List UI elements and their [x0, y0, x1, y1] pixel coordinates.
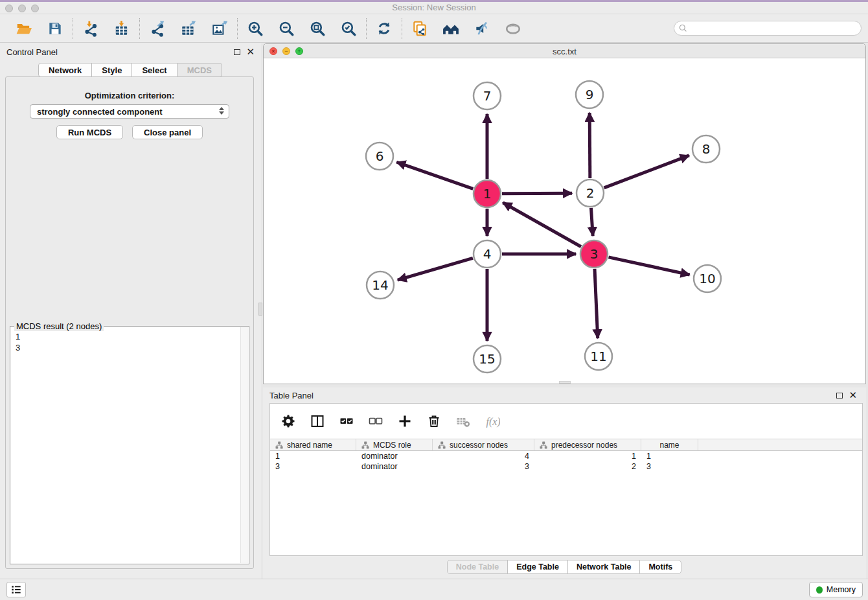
zoom-selected-icon [340, 20, 357, 37]
cell[interactable]: 1 [534, 452, 641, 461]
search-box[interactable] [674, 21, 862, 36]
column-header-label: successor nodes [450, 441, 508, 450]
task-history-button[interactable] [6, 582, 26, 597]
cell[interactable]: 4 [433, 452, 534, 461]
export-network-button[interactable] [148, 19, 166, 38]
save-session-button[interactable] [46, 19, 64, 38]
cell[interactable]: 2 [534, 462, 641, 471]
zoom-in-button[interactable] [246, 19, 264, 38]
cell[interactable]: dominator [356, 462, 433, 471]
tab-select[interactable]: Select [131, 63, 177, 77]
graph-edge-4-14[interactable] [398, 258, 473, 280]
graph-node-8[interactable]: 8 [692, 135, 720, 163]
graph-node-2[interactable]: 2 [577, 179, 604, 207]
tab-mcds[interactable]: MCDS [177, 63, 222, 77]
network-canvas[interactable]: 7968124314101511 [264, 59, 865, 384]
close-table-panel-icon[interactable]: ✕ [849, 392, 857, 398]
save-session-icon [47, 20, 63, 37]
create-column-button[interactable] [397, 413, 413, 429]
export-table-button[interactable] [179, 19, 198, 38]
graph-node-11[interactable]: 11 [585, 343, 612, 370]
column-header-label: MCDS role [373, 441, 411, 450]
criterion-dropdown[interactable]: strongly connected component [30, 104, 229, 119]
delete-column-button[interactable] [426, 413, 442, 429]
memory-label: Memory [827, 585, 856, 594]
clone-network-button[interactable] [411, 19, 429, 38]
node-label: 15 [479, 351, 495, 367]
cell[interactable]: dominator [356, 452, 433, 461]
node-label: 14 [372, 277, 388, 293]
import-network-icon [82, 20, 99, 37]
graph-node-7[interactable]: 7 [474, 82, 501, 110]
graph-node-9[interactable]: 9 [576, 81, 603, 108]
graph-edge-2-3[interactable] [591, 208, 593, 236]
tab-edge-table[interactable]: Edge Table [507, 560, 568, 574]
deselect-all-columns-button[interactable] [368, 413, 383, 429]
memory-button[interactable]: Memory [809, 582, 863, 597]
tab-network-table[interactable]: Network Table [567, 560, 641, 574]
split-panel-button[interactable] [310, 413, 325, 429]
refresh-view-button[interactable] [375, 19, 393, 38]
close-panel-icon[interactable]: ✕ [246, 49, 255, 55]
tab-style[interactable]: Style [91, 63, 132, 77]
graph-node-14[interactable]: 14 [367, 271, 394, 299]
graph-node-4[interactable]: 4 [474, 240, 501, 268]
import-table-button[interactable] [113, 19, 131, 38]
column-header[interactable]: successor nodes [433, 439, 534, 450]
graph-edge-3-10[interactable] [608, 257, 689, 275]
graph-edge-3-11[interactable] [595, 269, 598, 338]
control-panel-title: Control Panel [6, 47, 58, 57]
open-session-button[interactable] [15, 19, 33, 38]
network-home-button[interactable] [442, 19, 460, 38]
table-row[interactable]: 3dominator323 [270, 461, 862, 472]
tab-node-table[interactable]: Node Table [447, 560, 508, 574]
float-panel-icon[interactable] [234, 49, 240, 55]
graph-node-3[interactable]: 3 [580, 240, 608, 268]
graph-node-15[interactable]: 15 [474, 345, 501, 373]
tab-motifs[interactable]: Motifs [639, 560, 681, 574]
search-icon [678, 23, 688, 33]
graph-edge-1-2[interactable] [502, 193, 572, 194]
float-table-panel-icon[interactable] [836, 393, 843, 398]
cell[interactable]: 1 [270, 452, 356, 461]
graph-edge-1-6[interactable] [396, 162, 473, 189]
node-label: 10 [699, 271, 715, 286]
tab-network[interactable]: Network [38, 63, 92, 77]
graph-edge-3-1[interactable] [503, 203, 581, 247]
network-window-title: scc.txt [264, 47, 865, 56]
table-settings-button[interactable] [280, 413, 296, 429]
cell[interactable]: 1 [641, 452, 698, 461]
zoom-out-button[interactable] [277, 19, 295, 38]
search-input[interactable] [688, 24, 857, 33]
import-network-button[interactable] [82, 19, 100, 38]
result-scrollbar[interactable] [240, 327, 248, 563]
cell[interactable]: 3 [270, 462, 356, 471]
export-image-button[interactable] [211, 19, 229, 38]
delete-table-button [455, 413, 471, 429]
column-header[interactable]: name [641, 439, 698, 450]
graph-node-10[interactable]: 10 [694, 265, 721, 292]
column-header[interactable]: predecessor nodes [534, 439, 641, 450]
announcements-off-button[interactable] [473, 19, 491, 38]
cell[interactable]: 3 [641, 462, 698, 471]
panel-splitter-handle[interactable] [258, 303, 262, 316]
export-network-icon [149, 20, 166, 37]
network-window-titlebar: × − + scc.txt [264, 44, 865, 58]
cell[interactable]: 3 [433, 462, 534, 471]
graph-edge-2-8[interactable] [604, 156, 689, 188]
zoom-fit-button[interactable] [308, 19, 326, 38]
graph-node-6[interactable]: 6 [366, 143, 393, 170]
mcds-result-title: MCDS result (2 nodes) [14, 321, 104, 331]
table-row[interactable]: 1dominator411 [270, 451, 862, 461]
visibility-button[interactable] [504, 19, 522, 38]
close-panel-button[interactable]: Close panel [132, 125, 203, 139]
column-header[interactable]: MCDS role [356, 439, 433, 450]
zoom-selected-button[interactable] [339, 19, 358, 38]
network-resize-handle[interactable] [559, 381, 571, 384]
column-header[interactable]: shared name [270, 439, 356, 450]
select-all-columns-button[interactable] [339, 413, 354, 429]
graph-edge-2-9[interactable] [589, 113, 590, 178]
column-header-label: shared name [287, 441, 332, 450]
run-mcds-button[interactable]: Run MCDS [56, 125, 123, 139]
graph-node-1[interactable]: 1 [474, 180, 501, 207]
